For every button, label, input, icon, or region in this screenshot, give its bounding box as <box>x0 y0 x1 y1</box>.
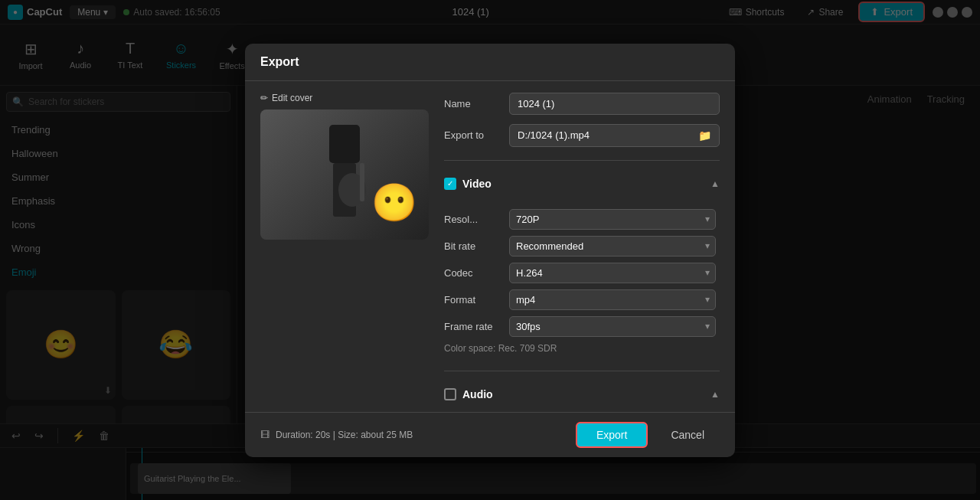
export-path-field: 📁 <box>509 124 720 147</box>
video-section-header: ✓ Video ▲ <box>444 178 720 190</box>
video-settings: Resol... 720P 1080P 4K Bit rate <box>444 203 720 358</box>
bitrate-select[interactable]: Recommended Low High <box>509 236 716 257</box>
codec-label: Codec <box>444 267 509 279</box>
modal-footer: 🎞 Duration: 20s | Size: about 25 MB Expo… <box>245 412 735 457</box>
codec-row: Codec H.264 H.265 <box>444 263 716 283</box>
framerate-select[interactable]: 30fps 24fps 60fps <box>509 316 716 337</box>
footer-info-text: Duration: 20s | Size: about 25 MB <box>276 430 413 440</box>
name-label: Name <box>444 98 501 109</box>
browse-button[interactable]: 📁 <box>691 125 719 146</box>
codec-select[interactable]: H.264 H.265 <box>509 263 716 283</box>
modal-title: Export <box>260 55 299 68</box>
divider2 <box>444 371 720 371</box>
resolution-select[interactable]: 720P 1080P 4K <box>509 209 716 230</box>
name-input[interactable] <box>509 93 720 115</box>
footer-info: 🎞 Duration: 20s | Size: about 25 MB <box>260 430 413 440</box>
export-to-label: Export to <box>444 129 501 141</box>
resolution-row: Resol... 720P 1080P 4K <box>444 209 716 230</box>
video-checkbox[interactable]: ✓ <box>444 178 456 190</box>
audio-checkbox[interactable] <box>444 388 456 400</box>
modal-header: Export <box>245 44 735 81</box>
format-row: Format mp4 mov <box>444 289 716 310</box>
resolution-select-wrapper: 720P 1080P 4K <box>509 209 716 230</box>
cancel-button[interactable]: Cancel <box>655 423 720 446</box>
export-button[interactable]: Export <box>576 422 648 448</box>
modal-body: ✏ Edit cover 😶 <box>245 81 735 412</box>
bitrate-row: Bit rate Recommended Low High <box>444 236 716 257</box>
bitrate-label: Bit rate <box>444 240 509 252</box>
format-select[interactable]: mp4 mov <box>509 289 716 310</box>
color-space-text: Color space: Rec. 709 SDR <box>444 343 716 354</box>
audio-section-title: Audio <box>462 388 704 400</box>
export-modal: Export ✏ Edit cover <box>245 44 735 457</box>
form-section: Name Export to 📁 ✓ Video ▲ <box>444 93 720 400</box>
video-chevron-icon: ▲ <box>710 178 720 189</box>
footer-buttons: Export Cancel <box>576 422 720 448</box>
film-icon: 🎞 <box>260 430 270 440</box>
video-section-title: Video <box>462 178 704 190</box>
framerate-row: Frame rate 30fps 24fps 60fps <box>444 316 716 337</box>
edit-icon: ✏ <box>260 93 268 103</box>
svg-rect-3 <box>360 163 364 201</box>
framerate-select-wrapper: 30fps 24fps 60fps <box>509 316 716 337</box>
format-select-wrapper: mp4 mov <box>509 289 716 310</box>
preview-emoji: 😶 <box>371 181 417 224</box>
codec-select-wrapper: H.264 H.265 <box>509 263 716 283</box>
framerate-label: Frame rate <box>444 321 509 332</box>
edit-cover-button[interactable]: ✏ Edit cover <box>260 93 429 103</box>
audio-section-header: Audio ▲ <box>444 388 720 400</box>
name-row: Name <box>444 93 720 115</box>
format-label: Format <box>444 294 509 306</box>
preview-background: 😶 <box>260 109 429 240</box>
bitrate-select-wrapper: Recommended Low High <box>509 236 716 257</box>
modal-overlay: Export ✏ Edit cover <box>0 0 980 500</box>
audio-chevron-icon: ▲ <box>710 389 720 400</box>
preview-thumbnail: 😶 <box>260 109 429 240</box>
export-path-input[interactable] <box>510 125 691 145</box>
divider <box>444 160 720 161</box>
preview-section: ✏ Edit cover 😶 <box>260 93 429 400</box>
svg-rect-0 <box>329 125 360 163</box>
export-to-row: Export to 📁 <box>444 124 720 147</box>
resolution-label: Resol... <box>444 214 509 225</box>
